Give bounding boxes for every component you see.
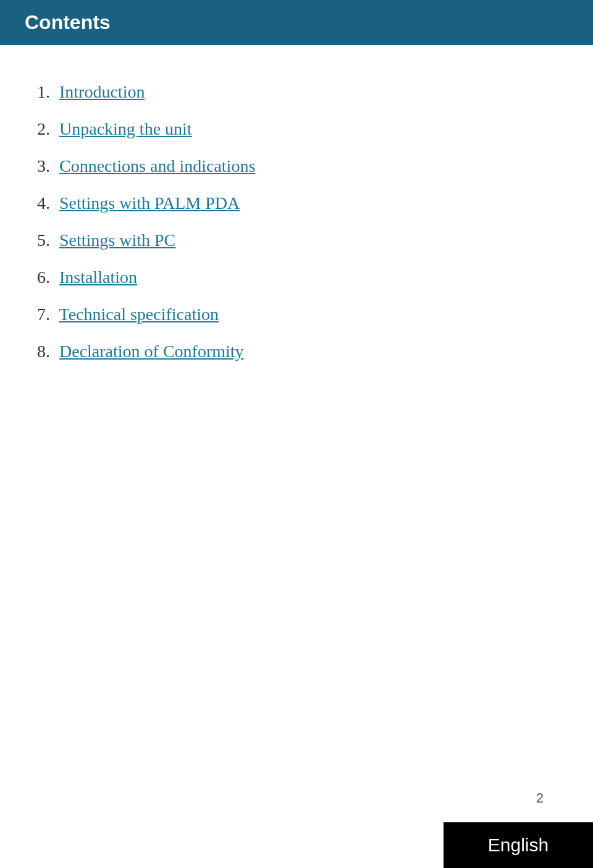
item-number-1: 1.: [37, 82, 50, 101]
item-number-8: 8.: [37, 342, 50, 361]
contents-link-installation[interactable]: Installation: [59, 268, 137, 287]
list-item: 1. Introduction: [37, 82, 556, 102]
language-bar: English: [444, 822, 593, 868]
language-label: English: [488, 835, 549, 855]
item-number-2: 2.: [37, 119, 50, 138]
contents-link-connections[interactable]: Connections and indications: [59, 156, 255, 175]
item-number-3: 3.: [37, 156, 50, 175]
list-item: 8. Declaration of Conformity: [37, 342, 556, 361]
contents-link-settings-palm[interactable]: Settings with PALM PDA: [59, 193, 240, 213]
item-number-6: 6.: [37, 268, 50, 287]
list-item: 6. Installation: [37, 268, 556, 287]
list-item: 2. Unpacking the unit: [37, 119, 556, 139]
item-number-7: 7.: [37, 305, 50, 324]
contents-link-introduction[interactable]: Introduction: [59, 82, 145, 101]
contents-link-unpacking[interactable]: Unpacking the unit: [59, 119, 192, 138]
contents-list: 1. Introduction 2. Unpacking the unit 3.…: [0, 82, 593, 361]
list-item: 5. Settings with PC: [37, 230, 556, 250]
header-bar: Contents: [0, 0, 593, 45]
contents-link-technical[interactable]: Technical specification: [59, 305, 219, 324]
contents-link-settings-pc[interactable]: Settings with PC: [59, 230, 175, 250]
page-title: Contents: [25, 11, 111, 33]
contents-link-declaration[interactable]: Declaration of Conformity: [59, 342, 244, 361]
item-number-4: 4.: [37, 193, 50, 213]
item-number-5: 5.: [37, 230, 50, 250]
list-item: 4. Settings with PALM PDA: [37, 193, 556, 213]
list-item: 7. Technical specification: [37, 305, 556, 324]
list-item: 3. Connections and indications: [37, 156, 556, 176]
page-number: 2: [536, 790, 544, 806]
